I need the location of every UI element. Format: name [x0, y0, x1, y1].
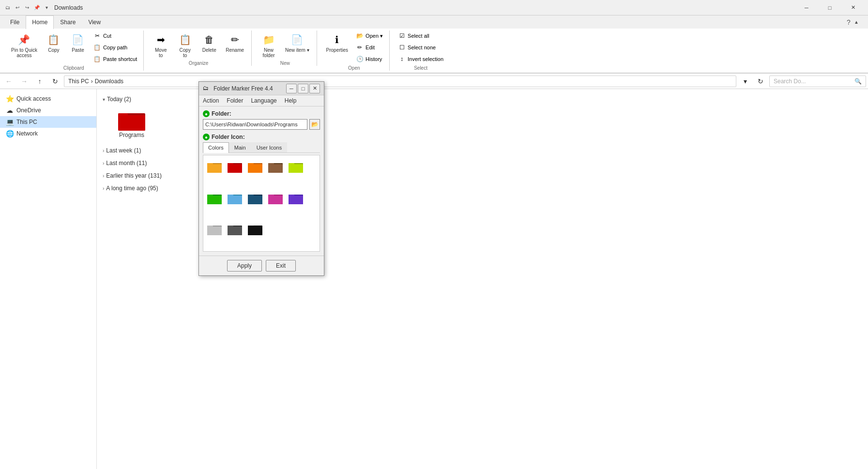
- svg-rect-32: [289, 195, 294, 197]
- select-all-label: Select all: [408, 33, 429, 39]
- long-ago-chevron: ›: [103, 186, 104, 191]
- pin-icon[interactable]: 📌: [33, 4, 41, 12]
- svg-rect-16: [289, 164, 303, 173]
- copy-path-button[interactable]: 📋 Copy path: [91, 42, 139, 53]
- select-all-icon: ☑: [398, 32, 406, 40]
- dialog-menu-help[interactable]: Help: [281, 96, 301, 105]
- tab-colors[interactable]: Colors: [203, 142, 229, 153]
- cut-button[interactable]: ✂ Cut: [91, 30, 139, 41]
- search-box[interactable]: Search Do... 🔍: [769, 76, 866, 87]
- exit-button[interactable]: Exit: [266, 260, 296, 272]
- folder-path-input[interactable]: [203, 119, 307, 130]
- invert-selection-button[interactable]: ↕ Invert selection: [396, 54, 446, 64]
- copy-button[interactable]: 📋 Copy: [43, 30, 65, 54]
- history-button[interactable]: 🕒 History: [353, 54, 385, 64]
- tab-share[interactable]: Share: [54, 15, 82, 29]
- copy-to-button[interactable]: 📋 Copyto: [174, 30, 196, 60]
- folder-section-icon: ●: [203, 110, 210, 117]
- dialog-close-button[interactable]: ✕: [309, 84, 320, 93]
- dialog-menu-folder[interactable]: Folder: [223, 96, 247, 105]
- folder-orange[interactable]: [246, 157, 264, 176]
- system-icon: 🗂: [4, 4, 12, 12]
- svg-rect-31: [289, 196, 303, 204]
- folder-lime[interactable]: [287, 157, 305, 176]
- sidebar-item-this-pc[interactable]: 💻 This PC: [0, 116, 96, 128]
- titlebar-system-icons: 🗂 ↩ ↪ 📌 ▾: [4, 4, 50, 12]
- svg-rect-4: [207, 164, 222, 173]
- help-icon[interactable]: ?: [845, 18, 853, 26]
- select-all-button[interactable]: ☑ Select all: [396, 30, 446, 41]
- icon-grid: [203, 155, 320, 252]
- maximize-button[interactable]: □: [819, 0, 841, 15]
- paste-shortcut-button[interactable]: 📋 Paste shortcut: [91, 54, 139, 64]
- select-none-button[interactable]: ☐ Select none: [396, 42, 446, 53]
- sidebar-item-network[interactable]: 🌐 Network: [0, 128, 96, 139]
- folder-lightgray[interactable]: [205, 220, 224, 238]
- folder-pink[interactable]: [266, 189, 285, 207]
- new-item-button[interactable]: 📄 New item ▾: [282, 30, 312, 54]
- organize-group-label: Organize: [189, 61, 209, 66]
- open-button[interactable]: 📂 Open ▾: [353, 30, 385, 41]
- folder-brown[interactable]: [266, 157, 285, 176]
- back-button[interactable]: ←: [2, 75, 15, 88]
- svg-rect-8: [228, 163, 233, 165]
- svg-rect-25: [248, 196, 262, 204]
- list-item[interactable]: Programs: [112, 106, 151, 140]
- tab-main[interactable]: Main: [229, 142, 251, 152]
- tab-view[interactable]: View: [82, 15, 107, 29]
- copy-path-label: Copy path: [103, 45, 127, 50]
- refresh-address-button[interactable]: ↻: [754, 75, 767, 88]
- collapse-ribbon-icon[interactable]: ▲: [853, 18, 860, 26]
- dialog-maximize-button[interactable]: □: [298, 84, 308, 93]
- folder-red[interactable]: [226, 157, 244, 176]
- redo-icon[interactable]: ↪: [23, 4, 31, 12]
- folder-darkgray[interactable]: [226, 220, 244, 238]
- folder-browse-button[interactable]: 📂: [309, 119, 320, 130]
- rename-button[interactable]: ✏ Rename: [222, 30, 247, 54]
- paste-button[interactable]: 📄 Paste: [67, 30, 89, 54]
- pin-to-quick-access-button[interactable]: 📌 Pin to Quickaccess: [8, 30, 41, 60]
- new-folder-button[interactable]: 📁 Newfolder: [258, 30, 280, 60]
- paste-label: Paste: [72, 47, 84, 53]
- folder-icon-section-icon: ●: [203, 134, 210, 140]
- folder-lightblue[interactable]: [226, 189, 244, 207]
- undo-icon[interactable]: ↩: [14, 4, 21, 12]
- dialog-menu-language[interactable]: Language: [247, 96, 280, 105]
- rename-icon: ✏: [227, 32, 243, 47]
- quick-access-icon: ⭐: [6, 95, 14, 103]
- sidebar-item-quick-access[interactable]: ⭐ Quick access: [0, 93, 96, 105]
- dropdown-icon[interactable]: ▾: [43, 4, 50, 12]
- move-to-button[interactable]: ➡ Moveto: [150, 30, 172, 60]
- properties-icon: ℹ: [329, 32, 345, 47]
- folder-green[interactable]: [205, 189, 224, 207]
- address-dropdown-button[interactable]: ▾: [738, 75, 752, 88]
- folder-yellow[interactable]: [205, 157, 224, 176]
- minimize-button[interactable]: ─: [795, 0, 818, 15]
- properties-button[interactable]: ℹ Properties: [323, 30, 352, 54]
- today-label: Today (2): [107, 96, 131, 103]
- dialog-menu-action[interactable]: Action: [199, 96, 223, 105]
- dialog-minimize-button[interactable]: ─: [286, 84, 297, 93]
- open-group-label: Open: [348, 65, 360, 71]
- last-week-label: Last week (1): [106, 147, 141, 154]
- tab-user-icons[interactable]: User Icons: [251, 142, 288, 152]
- tab-home[interactable]: Home: [26, 15, 54, 29]
- folder-purple[interactable]: [287, 189, 305, 207]
- apply-button[interactable]: Apply: [227, 260, 262, 272]
- edit-button[interactable]: ✏ Edit: [353, 42, 385, 53]
- refresh-button[interactable]: ↻: [48, 75, 62, 88]
- network-icon: 🌐: [6, 130, 14, 137]
- forward-button[interactable]: →: [17, 75, 31, 88]
- sidebar-item-onedrive[interactable]: ☁ OneDrive: [0, 105, 96, 116]
- last-month-label: Last month (11): [106, 160, 147, 166]
- close-button[interactable]: ✕: [842, 0, 864, 15]
- delete-button[interactable]: 🗑 Delete: [198, 30, 220, 54]
- folder-black[interactable]: [246, 220, 264, 238]
- address-path[interactable]: This PC › Downloads: [64, 76, 736, 87]
- dialog-controls: ─ □ ✕: [286, 84, 320, 93]
- folder-blue[interactable]: [246, 189, 264, 207]
- earlier-year-label: Earlier this year (131): [106, 172, 162, 179]
- tab-file[interactable]: File: [4, 15, 26, 29]
- up-button[interactable]: ↑: [33, 75, 46, 88]
- dialog-body: ● Folder: 📂 ● Folder Icon: Colors Main U…: [199, 106, 324, 256]
